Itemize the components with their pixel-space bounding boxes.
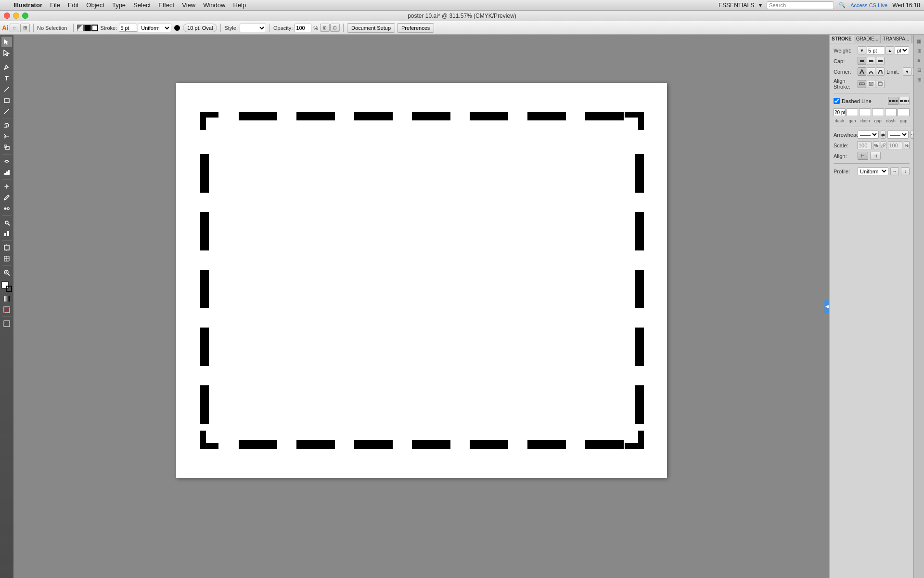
menu-illustrator[interactable]: Illustrator <box>10 0 46 10</box>
rotate-tool[interactable] <box>1 120 12 131</box>
align-outside[interactable] <box>876 80 885 88</box>
limit-down[interactable]: ▼ <box>903 67 911 76</box>
zoom-tool[interactable] <box>1 267 12 278</box>
stroke-arrow-left[interactable] <box>77 25 84 31</box>
reflect-tool[interactable] <box>1 131 12 142</box>
none-button[interactable] <box>1 304 12 315</box>
opacity-input[interactable] <box>295 24 311 32</box>
tab-gradient[interactable]: GRADIE... <box>854 35 881 43</box>
artboard-tool[interactable] <box>1 242 12 253</box>
essentials-label[interactable]: ESSENTIALS <box>719 2 754 9</box>
stroke-oval-button[interactable]: 10 pt. Oval <box>183 24 217 32</box>
canvas-scrollable[interactable] <box>13 35 829 578</box>
dash-pattern-2[interactable] <box>899 97 910 105</box>
menu-window[interactable]: Window <box>199 0 229 10</box>
mesh-tool[interactable] <box>1 181 12 192</box>
edge-btn-3[interactable]: ≡ <box>915 56 924 65</box>
brush-tool[interactable] <box>1 106 12 117</box>
weight-up-btn[interactable]: ▲ <box>886 46 894 54</box>
gap-2-input[interactable] <box>872 108 884 116</box>
graph-tool[interactable] <box>1 167 12 178</box>
stroke-weight-input[interactable] <box>119 24 137 32</box>
rect-tool[interactable] <box>1 95 12 105</box>
corner-round[interactable] <box>867 67 875 76</box>
menu-type[interactable]: Type <box>108 0 129 10</box>
search-icon[interactable]: 🔍 <box>839 2 846 8</box>
dash-pattern-1[interactable] <box>888 97 898 105</box>
panel-collapse-handle[interactable]: ◀ <box>824 300 829 313</box>
weight-down-btn[interactable]: ▼ <box>858 46 866 54</box>
view-mode-1[interactable]: ⊞ <box>320 24 330 32</box>
search-input[interactable] <box>767 1 834 9</box>
document-setup-button[interactable]: Document Setup <box>347 23 395 33</box>
edge-btn-4[interactable]: ⊟ <box>915 66 924 74</box>
stroke-fill-box[interactable] <box>84 25 91 31</box>
menu-help[interactable]: Help <box>229 0 250 10</box>
blend-tool[interactable] <box>1 203 12 214</box>
scale-tool[interactable] <box>1 142 12 153</box>
symbol-sprayer-tool[interactable] <box>1 217 12 228</box>
essentials-dropdown-icon[interactable]: ▾ <box>759 2 762 9</box>
align-inside[interactable] <box>867 80 875 88</box>
edge-btn-2[interactable]: ⊞ <box>915 46 924 55</box>
slice-tool[interactable] <box>1 253 12 264</box>
cap-butt[interactable] <box>858 57 866 65</box>
gradient-button[interactable] <box>1 293 12 304</box>
menu-select[interactable]: Select <box>129 0 154 10</box>
cap-round[interactable] <box>867 57 875 65</box>
arrange-button[interactable]: ⊞ <box>20 24 30 32</box>
cap-projecting[interactable] <box>876 57 885 65</box>
align-center[interactable] <box>858 80 866 88</box>
pen-tool[interactable] <box>1 62 12 72</box>
dash-1-input[interactable] <box>834 108 846 116</box>
warp-tool[interactable] <box>1 156 12 167</box>
eyedropper-tool[interactable] <box>1 192 12 203</box>
dash-2-input[interactable] <box>859 108 871 116</box>
weight-input[interactable] <box>867 46 885 54</box>
align-left-btn[interactable]: ⊢ <box>858 152 868 160</box>
style-select[interactable] <box>240 24 266 32</box>
tab-stroke[interactable]: STROKE <box>830 35 854 43</box>
gap-1-input[interactable] <box>847 108 859 116</box>
menu-edit[interactable]: Edit <box>64 0 82 10</box>
scale-link[interactable]: 🔗 <box>881 141 886 149</box>
tab-transparency[interactable]: TRANSPA... <box>881 35 911 43</box>
fill-stroke-indicator[interactable] <box>1 281 12 292</box>
window-maximize-button[interactable] <box>22 13 28 19</box>
profile-flip-h[interactable]: ↔ <box>890 167 899 175</box>
arrowhead-start-select[interactable]: —— <box>858 131 879 139</box>
arrowhead-swap[interactable]: ⇄ <box>881 131 886 139</box>
menu-view[interactable]: View <box>178 0 199 10</box>
ai-home-button[interactable]: ⌂ <box>10 24 19 32</box>
view-mode-2[interactable]: ⊟ <box>330 24 340 32</box>
dashed-line-checkbox[interactable] <box>834 98 840 104</box>
menu-effect[interactable]: Effect <box>154 0 178 10</box>
arrowhead-end-select[interactable]: —— <box>887 131 909 139</box>
column-graph-tool[interactable] <box>1 228 12 239</box>
menu-file[interactable]: File <box>46 0 64 10</box>
stroke-type-select[interactable]: Uniform <box>138 24 171 32</box>
direct-selection-tool[interactable] <box>1 48 12 58</box>
gap-3-input[interactable] <box>898 108 910 116</box>
edge-btn-1[interactable]: ▦ <box>915 37 924 45</box>
window-minimize-button[interactable] <box>13 13 19 19</box>
access-cs-live-button[interactable]: Access CS Live <box>850 2 887 8</box>
weight-unit-select[interactable]: pt <box>895 46 909 54</box>
dash-3-input[interactable] <box>885 108 897 116</box>
canvas-area[interactable]: ◀ <box>13 35 829 578</box>
edge-btn-5[interactable]: ⊞ <box>915 75 924 84</box>
align-right-btn[interactable]: ⊣ <box>870 152 881 160</box>
menu-object[interactable]: Object <box>82 0 108 10</box>
stroke-outline-box[interactable] <box>91 25 98 31</box>
type-tool[interactable]: T <box>1 73 12 83</box>
window-close-button[interactable] <box>4 13 10 19</box>
profile-select[interactable]: Uniform <box>858 167 888 175</box>
corner-bevel[interactable] <box>876 67 885 76</box>
stroke-box[interactable] <box>6 286 12 292</box>
preferences-button[interactable]: Preferences <box>397 23 434 33</box>
profile-flip-v[interactable]: ↕ <box>901 167 910 175</box>
selection-tool[interactable] <box>1 37 12 47</box>
line-tool[interactable] <box>1 84 12 94</box>
change-screen-mode[interactable] <box>1 318 12 329</box>
corner-miter[interactable] <box>858 67 866 76</box>
